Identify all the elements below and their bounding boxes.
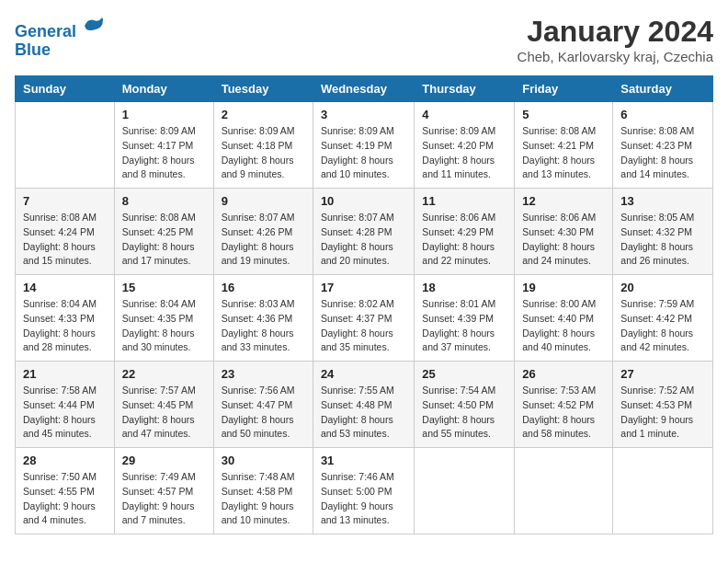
calendar-cell: 11Sunrise: 8:06 AMSunset: 4:29 PMDayligh… xyxy=(415,189,515,275)
page-header: General Blue January 2024 Cheb, Karlovar… xyxy=(15,15,713,64)
day-number: 31 xyxy=(321,454,406,467)
day-number: 28 xyxy=(23,454,107,467)
day-number: 22 xyxy=(122,367,206,381)
day-number: 18 xyxy=(422,281,506,294)
day-number: 17 xyxy=(321,281,406,294)
day-info: Sunrise: 8:08 AMSunset: 4:23 PMDaylight:… xyxy=(620,124,705,182)
weekday-header-row: Sunday Monday Tuesday Wednesday Thursday… xyxy=(16,76,713,102)
calendar-cell: 24Sunrise: 7:55 AMSunset: 4:48 PMDayligh… xyxy=(313,362,414,448)
calendar-cell xyxy=(415,448,515,534)
day-info: Sunrise: 8:04 AMSunset: 4:35 PMDaylight:… xyxy=(122,297,206,355)
calendar-cell: 4Sunrise: 8:09 AMSunset: 4:20 PMDaylight… xyxy=(415,102,515,189)
day-number: 21 xyxy=(23,367,107,381)
day-info: Sunrise: 8:09 AMSunset: 4:18 PMDaylight:… xyxy=(222,124,305,182)
day-number: 7 xyxy=(23,194,107,208)
day-number: 26 xyxy=(522,367,605,381)
calendar-cell: 30Sunrise: 7:48 AMSunset: 4:58 PMDayligh… xyxy=(213,448,313,534)
week-row-4: 28Sunrise: 7:50 AMSunset: 4:55 PMDayligh… xyxy=(16,448,713,534)
day-number: 2 xyxy=(222,108,305,121)
header-sunday: Sunday xyxy=(16,76,115,102)
calendar-cell: 12Sunrise: 8:06 AMSunset: 4:30 PMDayligh… xyxy=(515,189,613,275)
day-number: 16 xyxy=(222,281,305,294)
calendar-cell: 1Sunrise: 8:09 AMSunset: 4:17 PMDaylight… xyxy=(114,102,213,189)
day-number: 30 xyxy=(222,454,305,467)
day-info: Sunrise: 8:08 AMSunset: 4:24 PMDaylight:… xyxy=(23,211,107,269)
calendar-cell: 2Sunrise: 8:09 AMSunset: 4:18 PMDaylight… xyxy=(213,102,313,189)
logo-text: General xyxy=(15,15,105,41)
day-info: Sunrise: 8:09 AMSunset: 4:19 PMDaylight:… xyxy=(321,124,406,182)
calendar-cell: 17Sunrise: 8:02 AMSunset: 4:37 PMDayligh… xyxy=(313,275,414,362)
day-number: 3 xyxy=(321,108,406,121)
calendar-cell: 10Sunrise: 8:07 AMSunset: 4:28 PMDayligh… xyxy=(313,189,414,275)
day-number: 1 xyxy=(122,108,206,121)
calendar-cell: 3Sunrise: 8:09 AMSunset: 4:19 PMDaylight… xyxy=(313,102,414,189)
day-number: 10 xyxy=(321,194,406,208)
day-number: 6 xyxy=(620,108,705,121)
day-info: Sunrise: 7:59 AMSunset: 4:42 PMDaylight:… xyxy=(620,297,705,355)
calendar-cell: 20Sunrise: 7:59 AMSunset: 4:42 PMDayligh… xyxy=(613,275,713,362)
day-number: 5 xyxy=(522,108,605,121)
day-info: Sunrise: 8:04 AMSunset: 4:33 PMDaylight:… xyxy=(23,297,107,355)
logo: General Blue xyxy=(15,15,105,60)
calendar-cell: 18Sunrise: 8:01 AMSunset: 4:39 PMDayligh… xyxy=(415,275,515,362)
day-number: 25 xyxy=(422,367,506,381)
week-row-3: 21Sunrise: 7:58 AMSunset: 4:44 PMDayligh… xyxy=(16,362,713,448)
day-info: Sunrise: 7:55 AMSunset: 4:48 PMDaylight:… xyxy=(321,384,406,442)
location-subtitle: Cheb, Karlovarsky kraj, Czechia xyxy=(518,49,713,64)
header-friday: Friday xyxy=(515,76,613,102)
month-title: January 2024 xyxy=(518,15,713,49)
day-info: Sunrise: 8:01 AMSunset: 4:39 PMDaylight:… xyxy=(422,297,506,355)
day-info: Sunrise: 8:06 AMSunset: 4:30 PMDaylight:… xyxy=(522,211,605,269)
header-wednesday: Wednesday xyxy=(313,76,414,102)
day-number: 9 xyxy=(222,194,305,208)
day-info: Sunrise: 8:08 AMSunset: 4:21 PMDaylight:… xyxy=(522,124,605,182)
week-row-2: 14Sunrise: 8:04 AMSunset: 4:33 PMDayligh… xyxy=(16,275,713,362)
day-info: Sunrise: 8:08 AMSunset: 4:25 PMDaylight:… xyxy=(122,211,206,269)
header-tuesday: Tuesday xyxy=(213,76,313,102)
calendar-cell: 23Sunrise: 7:56 AMSunset: 4:47 PMDayligh… xyxy=(213,362,313,448)
day-info: Sunrise: 8:07 AMSunset: 4:26 PMDaylight:… xyxy=(222,211,305,269)
day-number: 24 xyxy=(321,367,406,381)
calendar-cell: 29Sunrise: 7:49 AMSunset: 4:57 PMDayligh… xyxy=(114,448,213,534)
day-info: Sunrise: 7:48 AMSunset: 4:58 PMDaylight:… xyxy=(222,470,305,528)
calendar-cell: 31Sunrise: 7:46 AMSunset: 5:00 PMDayligh… xyxy=(313,448,414,534)
day-info: Sunrise: 8:07 AMSunset: 4:28 PMDaylight:… xyxy=(321,211,406,269)
day-info: Sunrise: 8:02 AMSunset: 4:37 PMDaylight:… xyxy=(321,297,406,355)
calendar-cell: 21Sunrise: 7:58 AMSunset: 4:44 PMDayligh… xyxy=(16,362,115,448)
calendar-cell: 27Sunrise: 7:52 AMSunset: 4:53 PMDayligh… xyxy=(613,362,713,448)
day-info: Sunrise: 8:09 AMSunset: 4:17 PMDaylight:… xyxy=(122,124,206,182)
header-saturday: Saturday xyxy=(613,76,713,102)
calendar-cell: 28Sunrise: 7:50 AMSunset: 4:55 PMDayligh… xyxy=(16,448,115,534)
day-info: Sunrise: 7:58 AMSunset: 4:44 PMDaylight:… xyxy=(23,384,107,442)
day-number: 27 xyxy=(620,367,705,381)
calendar-cell: 9Sunrise: 8:07 AMSunset: 4:26 PMDaylight… xyxy=(213,189,313,275)
day-number: 29 xyxy=(122,454,206,467)
logo-icon xyxy=(83,15,105,37)
calendar-cell xyxy=(16,102,115,189)
calendar-cell: 19Sunrise: 8:00 AMSunset: 4:40 PMDayligh… xyxy=(515,275,613,362)
day-number: 19 xyxy=(522,281,605,294)
calendar-cell: 15Sunrise: 8:04 AMSunset: 4:35 PMDayligh… xyxy=(114,275,213,362)
calendar-cell xyxy=(613,448,713,534)
day-info: Sunrise: 8:00 AMSunset: 4:40 PMDaylight:… xyxy=(522,297,605,355)
day-info: Sunrise: 7:53 AMSunset: 4:52 PMDaylight:… xyxy=(522,384,605,442)
calendar-cell: 5Sunrise: 8:08 AMSunset: 4:21 PMDaylight… xyxy=(515,102,613,189)
day-info: Sunrise: 8:03 AMSunset: 4:36 PMDaylight:… xyxy=(222,297,305,355)
day-number: 12 xyxy=(522,194,605,208)
logo-line1: General xyxy=(15,22,76,40)
calendar-cell xyxy=(515,448,613,534)
calendar-cell: 26Sunrise: 7:53 AMSunset: 4:52 PMDayligh… xyxy=(515,362,613,448)
day-info: Sunrise: 7:54 AMSunset: 4:50 PMDaylight:… xyxy=(422,384,506,442)
calendar-cell: 16Sunrise: 8:03 AMSunset: 4:36 PMDayligh… xyxy=(213,275,313,362)
header-monday: Monday xyxy=(114,76,213,102)
day-info: Sunrise: 7:50 AMSunset: 4:55 PMDaylight:… xyxy=(23,470,107,528)
day-info: Sunrise: 7:49 AMSunset: 4:57 PMDaylight:… xyxy=(122,470,206,528)
day-number: 11 xyxy=(422,194,506,208)
calendar-cell: 14Sunrise: 8:04 AMSunset: 4:33 PMDayligh… xyxy=(16,275,115,362)
day-info: Sunrise: 8:09 AMSunset: 4:20 PMDaylight:… xyxy=(422,124,506,182)
day-info: Sunrise: 7:57 AMSunset: 4:45 PMDaylight:… xyxy=(122,384,206,442)
day-number: 15 xyxy=(122,281,206,294)
day-number: 8 xyxy=(122,194,206,208)
day-number: 14 xyxy=(23,281,107,294)
day-info: Sunrise: 8:05 AMSunset: 4:32 PMDaylight:… xyxy=(620,211,705,269)
